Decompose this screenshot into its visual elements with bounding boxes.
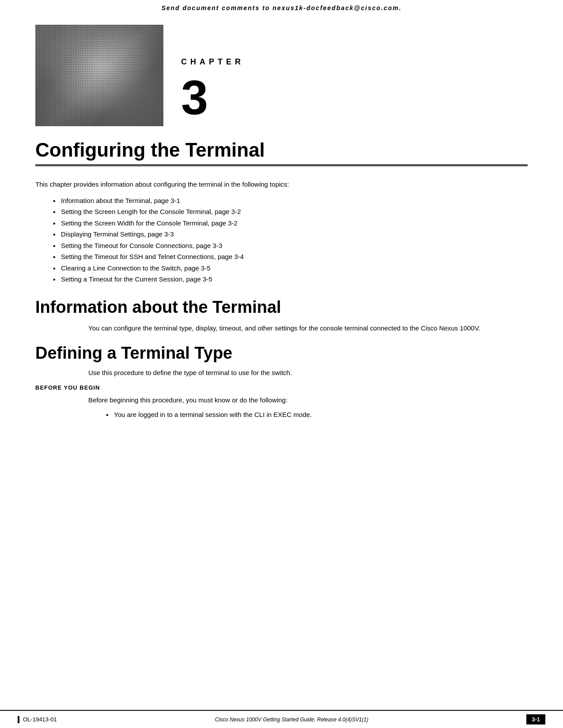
- list-item: Setting the Screen Width for the Console…: [53, 218, 528, 229]
- header-bar: Send document comments to nexus1k-docfee…: [0, 0, 563, 16]
- before-you-begin-bullet-list: You are logged in to a terminal session …: [106, 409, 528, 420]
- before-you-begin-label: BEFORE YOU BEGIN: [35, 384, 528, 391]
- footer-left-text: OL-19413-01: [23, 716, 57, 723]
- footer-center: Cisco Nexus 1000V Getting Started Guide,…: [215, 717, 369, 723]
- footer: OL-19413-01 Cisco Nexus 1000V Getting St…: [0, 710, 563, 728]
- chapter-title: Configuring the Terminal: [35, 139, 528, 161]
- before-you-begin-body: Before beginning this procedure, you mus…: [35, 395, 528, 420]
- chapter-number: 3: [181, 73, 208, 122]
- chapter-image-dots: [35, 25, 163, 126]
- section-body-1: Use this procedure to define the type of…: [35, 368, 528, 378]
- list-item: Setting the Timeout for SSH and Telnet C…: [53, 251, 528, 263]
- chapter-number-block: CHAPTER 3: [181, 57, 244, 126]
- list-item: Displaying Terminal Settings, page 3-3: [53, 229, 528, 240]
- chapter-image: [35, 25, 163, 126]
- footer-left: OL-19413-01: [18, 716, 57, 723]
- list-item: Setting the Screen Length for the Consol…: [53, 206, 528, 218]
- chapter-title-rule: [35, 164, 528, 166]
- main-content: Configuring the Terminal This chapter pr…: [0, 139, 563, 710]
- section-heading-1: Defining a Terminal Type: [35, 344, 528, 363]
- footer-left-bar: [18, 716, 19, 723]
- before-you-begin-intro: Before beginning this procedure, you mus…: [88, 395, 528, 405]
- chapter-word: CHAPTER: [181, 57, 244, 67]
- chapter-header: CHAPTER 3: [0, 16, 563, 139]
- section-text-0: You can configure the terminal type, dis…: [88, 323, 528, 334]
- section-body-0: You can configure the terminal type, dis…: [35, 323, 528, 334]
- list-item: Information about the Terminal, page 3-1: [53, 195, 528, 206]
- footer-right: 3-1: [526, 714, 545, 724]
- header-text: Send document comments to nexus1k-docfee…: [18, 4, 545, 11]
- chapter-intro: This chapter provides information about …: [35, 180, 528, 190]
- section-text-1: Use this procedure to define the type of…: [88, 368, 528, 378]
- list-item: Setting the Timeout for Console Connecti…: [53, 240, 528, 251]
- list-item: Setting a Timeout for the Current Sessio…: [53, 274, 528, 285]
- page: Send document comments to nexus1k-docfee…: [0, 0, 563, 728]
- chapter-bullet-list: Information about the Terminal, page 3-1…: [53, 195, 528, 285]
- list-item: You are logged in to a terminal session …: [106, 409, 528, 420]
- list-item: Clearing a Line Connection to the Switch…: [53, 263, 528, 274]
- section-heading-0: Information about the Terminal: [35, 298, 528, 317]
